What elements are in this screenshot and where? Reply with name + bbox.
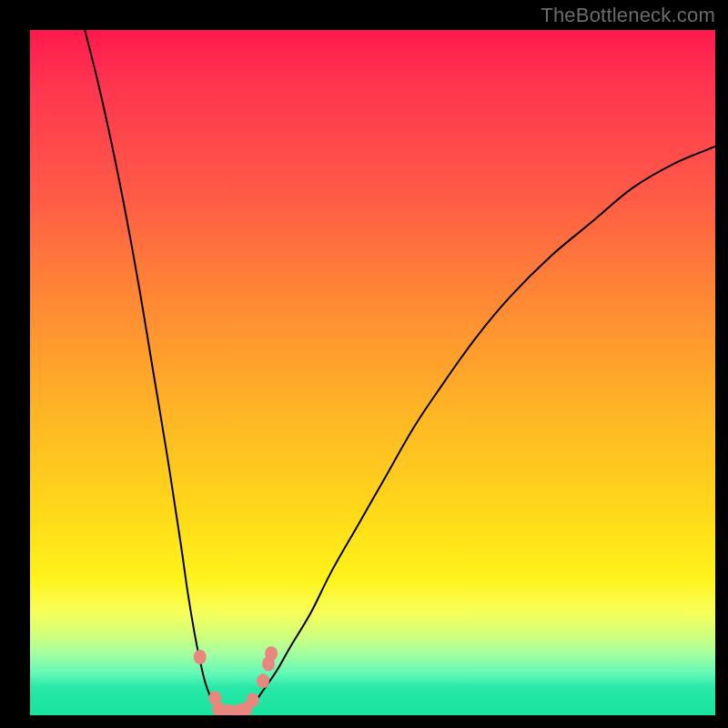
watermark-text: TheBottleneck.com <box>541 4 715 27</box>
curve-right-branch <box>236 147 715 713</box>
data-marker <box>194 650 207 664</box>
plot-area <box>30 30 715 715</box>
marker-layer <box>194 646 278 715</box>
data-marker <box>265 646 278 661</box>
data-marker <box>247 693 259 707</box>
chart-frame: TheBottleneck.com <box>0 0 728 728</box>
chart-overlay <box>30 30 715 715</box>
curve-left-branch <box>85 30 236 713</box>
data-marker <box>257 673 269 688</box>
